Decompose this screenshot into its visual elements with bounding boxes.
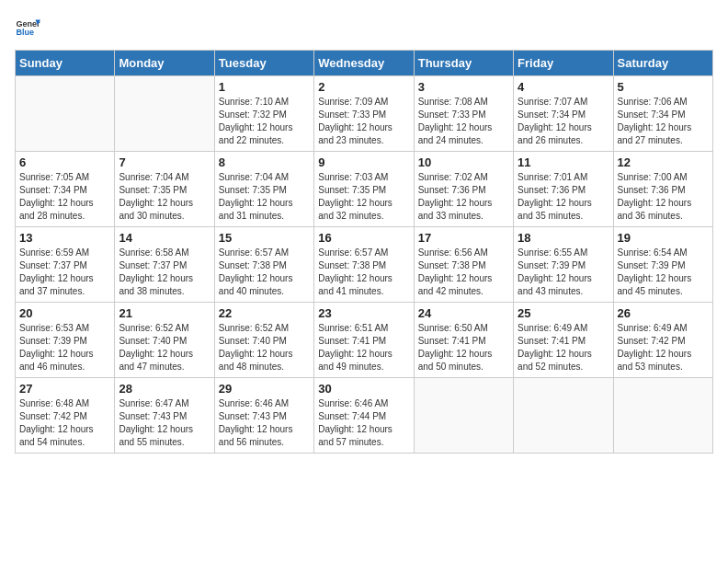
day-number: 26 — [618, 306, 709, 320]
day-number: 16 — [318, 231, 409, 245]
calendar-cell — [115, 76, 214, 152]
day-info: Sunrise: 6:54 AMSunset: 7:39 PMDaylight:… — [618, 247, 709, 298]
calendar-cell: 1Sunrise: 7:10 AMSunset: 7:32 PMDaylight… — [214, 76, 313, 152]
day-number: 29 — [219, 382, 310, 396]
calendar-week-4: 20Sunrise: 6:53 AMSunset: 7:39 PMDayligh… — [16, 303, 713, 378]
day-number: 6 — [19, 155, 110, 169]
calendar-cell: 22Sunrise: 6:52 AMSunset: 7:40 PMDayligh… — [214, 303, 313, 378]
day-info: Sunrise: 6:50 AMSunset: 7:41 PMDaylight:… — [418, 322, 509, 373]
day-info: Sunrise: 6:59 AMSunset: 7:37 PMDaylight:… — [19, 247, 110, 298]
calendar-cell: 7Sunrise: 7:04 AMSunset: 7:35 PMDaylight… — [115, 152, 214, 227]
day-info: Sunrise: 6:58 AMSunset: 7:37 PMDaylight:… — [119, 247, 210, 298]
calendar-week-1: 1Sunrise: 7:10 AMSunset: 7:32 PMDaylight… — [16, 76, 713, 152]
calendar-cell: 13Sunrise: 6:59 AMSunset: 7:37 PMDayligh… — [16, 227, 115, 303]
calendar-cell: 24Sunrise: 6:50 AMSunset: 7:41 PMDayligh… — [414, 303, 513, 378]
day-info: Sunrise: 6:57 AMSunset: 7:38 PMDaylight:… — [318, 247, 409, 298]
day-info: Sunrise: 6:46 AMSunset: 7:43 PMDaylight:… — [219, 397, 310, 449]
header-wednesday: Wednesday — [314, 51, 414, 76]
day-number: 9 — [318, 155, 409, 169]
calendar-cell: 19Sunrise: 6:54 AMSunset: 7:39 PMDayligh… — [613, 227, 712, 303]
day-info: Sunrise: 7:01 AMSunset: 7:36 PMDaylight:… — [518, 171, 609, 223]
day-number: 22 — [219, 306, 310, 320]
calendar-cell: 23Sunrise: 6:51 AMSunset: 7:41 PMDayligh… — [314, 303, 414, 378]
header-sunday: Sunday — [16, 51, 115, 76]
day-number: 11 — [518, 155, 609, 169]
day-number: 4 — [518, 80, 609, 94]
day-number: 17 — [418, 231, 509, 245]
calendar-cell: 4Sunrise: 7:07 AMSunset: 7:34 PMDaylight… — [514, 76, 613, 152]
calendar-cell: 16Sunrise: 6:57 AMSunset: 7:38 PMDayligh… — [314, 227, 414, 303]
calendar-cell — [613, 378, 712, 454]
header-thursday: Thursday — [414, 51, 513, 76]
calendar-week-3: 13Sunrise: 6:59 AMSunset: 7:37 PMDayligh… — [16, 227, 713, 303]
day-info: Sunrise: 6:47 AMSunset: 7:43 PMDaylight:… — [119, 397, 210, 449]
calendar-header-row: SundayMondayTuesdayWednesdayThursdayFrid… — [16, 51, 713, 76]
day-number: 21 — [119, 306, 210, 320]
day-number: 30 — [318, 382, 409, 396]
calendar-cell: 9Sunrise: 7:03 AMSunset: 7:35 PMDaylight… — [314, 152, 414, 227]
calendar-cell — [16, 76, 115, 152]
day-number: 13 — [19, 231, 110, 245]
calendar-cell: 14Sunrise: 6:58 AMSunset: 7:37 PMDayligh… — [115, 227, 214, 303]
day-info: Sunrise: 6:52 AMSunset: 7:40 PMDaylight:… — [219, 322, 310, 373]
calendar-cell: 26Sunrise: 6:49 AMSunset: 7:42 PMDayligh… — [613, 303, 712, 378]
day-number: 20 — [19, 306, 110, 320]
calendar-cell: 30Sunrise: 6:46 AMSunset: 7:44 PMDayligh… — [314, 378, 414, 454]
day-info: Sunrise: 6:49 AMSunset: 7:41 PMDaylight:… — [518, 322, 609, 373]
day-info: Sunrise: 7:07 AMSunset: 7:34 PMDaylight:… — [518, 96, 609, 147]
day-number: 23 — [318, 306, 409, 320]
day-number: 3 — [418, 80, 509, 94]
day-info: Sunrise: 6:57 AMSunset: 7:38 PMDaylight:… — [219, 247, 310, 298]
day-number: 18 — [518, 231, 609, 245]
calendar-cell: 6Sunrise: 7:05 AMSunset: 7:34 PMDaylight… — [16, 152, 115, 227]
day-number: 14 — [119, 231, 210, 245]
day-info: Sunrise: 7:10 AMSunset: 7:32 PMDaylight:… — [219, 96, 310, 147]
day-info: Sunrise: 6:52 AMSunset: 7:40 PMDaylight:… — [119, 322, 210, 373]
calendar-cell: 21Sunrise: 6:52 AMSunset: 7:40 PMDayligh… — [115, 303, 214, 378]
day-info: Sunrise: 7:09 AMSunset: 7:33 PMDaylight:… — [318, 96, 409, 147]
calendar-cell: 10Sunrise: 7:02 AMSunset: 7:36 PMDayligh… — [414, 152, 513, 227]
day-number: 19 — [618, 231, 709, 245]
calendar-cell: 29Sunrise: 6:46 AMSunset: 7:43 PMDayligh… — [214, 378, 313, 454]
day-number: 1 — [219, 80, 310, 94]
day-number: 24 — [418, 306, 509, 320]
calendar-cell: 5Sunrise: 7:06 AMSunset: 7:34 PMDaylight… — [613, 76, 712, 152]
day-number: 15 — [219, 231, 310, 245]
calendar-cell: 17Sunrise: 6:56 AMSunset: 7:38 PMDayligh… — [414, 227, 513, 303]
calendar-week-2: 6Sunrise: 7:05 AMSunset: 7:34 PMDaylight… — [16, 152, 713, 227]
calendar-cell: 2Sunrise: 7:09 AMSunset: 7:33 PMDaylight… — [314, 76, 414, 152]
calendar-cell: 15Sunrise: 6:57 AMSunset: 7:38 PMDayligh… — [214, 227, 313, 303]
calendar-table: SundayMondayTuesdayWednesdayThursdayFrid… — [15, 50, 713, 454]
day-info: Sunrise: 7:00 AMSunset: 7:36 PMDaylight:… — [618, 171, 709, 223]
calendar-cell — [514, 378, 613, 454]
day-info: Sunrise: 7:04 AMSunset: 7:35 PMDaylight:… — [219, 171, 310, 223]
calendar-cell: 3Sunrise: 7:08 AMSunset: 7:33 PMDaylight… — [414, 76, 513, 152]
calendar-cell: 28Sunrise: 6:47 AMSunset: 7:43 PMDayligh… — [115, 378, 214, 454]
day-number: 25 — [518, 306, 609, 320]
header-friday: Friday — [514, 51, 613, 76]
calendar-cell — [414, 378, 513, 454]
day-number: 12 — [618, 155, 709, 169]
day-info: Sunrise: 7:04 AMSunset: 7:35 PMDaylight:… — [119, 171, 210, 223]
day-info: Sunrise: 6:55 AMSunset: 7:39 PMDaylight:… — [518, 247, 609, 298]
day-info: Sunrise: 6:48 AMSunset: 7:42 PMDaylight:… — [19, 397, 110, 449]
day-number: 5 — [618, 80, 709, 94]
day-info: Sunrise: 6:53 AMSunset: 7:39 PMDaylight:… — [19, 322, 110, 373]
calendar-cell: 12Sunrise: 7:00 AMSunset: 7:36 PMDayligh… — [613, 152, 712, 227]
calendar-cell: 8Sunrise: 7:04 AMSunset: 7:35 PMDaylight… — [214, 152, 313, 227]
calendar-week-5: 27Sunrise: 6:48 AMSunset: 7:42 PMDayligh… — [16, 378, 713, 454]
calendar-cell: 20Sunrise: 6:53 AMSunset: 7:39 PMDayligh… — [16, 303, 115, 378]
logo-icon: General Blue — [15, 15, 40, 40]
svg-text:Blue: Blue — [16, 28, 34, 37]
day-number: 27 — [19, 382, 110, 396]
day-info: Sunrise: 7:06 AMSunset: 7:34 PMDaylight:… — [618, 96, 709, 147]
calendar-cell: 18Sunrise: 6:55 AMSunset: 7:39 PMDayligh… — [514, 227, 613, 303]
day-info: Sunrise: 6:51 AMSunset: 7:41 PMDaylight:… — [318, 322, 409, 373]
day-number: 28 — [119, 382, 210, 396]
header-monday: Monday — [115, 51, 214, 76]
day-number: 10 — [418, 155, 509, 169]
calendar-cell: 11Sunrise: 7:01 AMSunset: 7:36 PMDayligh… — [514, 152, 613, 227]
calendar-cell: 27Sunrise: 6:48 AMSunset: 7:42 PMDayligh… — [16, 378, 115, 454]
day-number: 2 — [318, 80, 409, 94]
calendar-cell: 25Sunrise: 6:49 AMSunset: 7:41 PMDayligh… — [514, 303, 613, 378]
